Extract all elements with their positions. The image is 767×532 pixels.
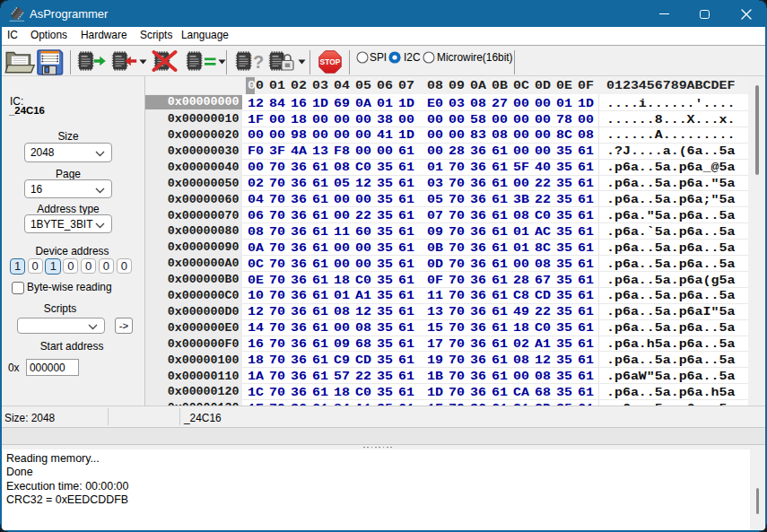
svg-text:?: ? bbox=[253, 52, 264, 72]
svg-text:STOP: STOP bbox=[319, 57, 340, 66]
